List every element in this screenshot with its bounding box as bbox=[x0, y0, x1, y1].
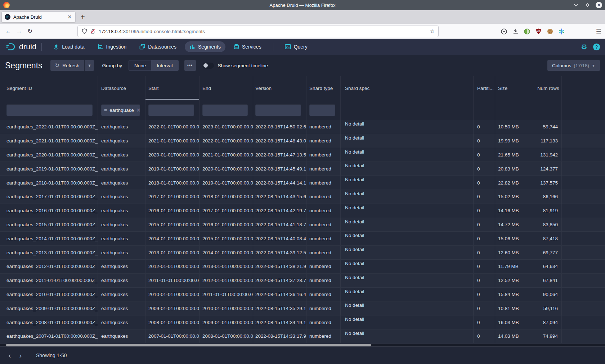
table-row[interactable]: earthquakes_2015-01-01T00:00:00.000Z_2..… bbox=[0, 218, 605, 232]
reload-icon[interactable]: ↻ bbox=[24, 27, 35, 35]
cell-segment-id[interactable]: earthquakes_2010-01-01T00:00:00.000Z_2..… bbox=[0, 288, 98, 301]
columns-button[interactable]: Columns (17/18) ▼ bbox=[547, 60, 600, 71]
shield-icon[interactable] bbox=[81, 28, 88, 35]
group-by-interval-button[interactable]: Interval bbox=[151, 60, 178, 70]
forward-icon[interactable]: → bbox=[14, 28, 24, 35]
maximize-icon[interactable] bbox=[584, 2, 591, 8]
table-row[interactable]: earthquakes_2016-01-01T00:00:00.000Z_2..… bbox=[0, 204, 605, 218]
column-header-segment-id[interactable]: Segment ID bbox=[0, 76, 98, 100]
cell-segment-id[interactable]: earthquakes_2013-01-01T00:00:00.000Z_2..… bbox=[0, 246, 98, 259]
cell-segment-id[interactable]: earthquakes_2011-01-01T00:00:00.000Z_2..… bbox=[0, 274, 98, 287]
horizontal-scrollbar-thumb[interactable] bbox=[6, 344, 371, 346]
table-row[interactable]: earthquakes_2008-01-01T00:00:00.000Z_2..… bbox=[0, 315, 605, 329]
cell-segment-id[interactable]: earthquakes_2019-01-01T00:00:00.000Z_2..… bbox=[0, 162, 98, 176]
back-icon[interactable]: ← bbox=[3, 28, 14, 35]
cell-end: 2012-01-01T00:00:00.0... bbox=[200, 274, 253, 287]
cell-segment-id[interactable]: earthquakes_2021-01-01T00:00:00.000Z_2..… bbox=[0, 134, 98, 148]
filter-input[interactable] bbox=[309, 104, 335, 116]
cell-segment-id[interactable]: earthquakes_2022-01-01T00:00:00.000Z_2..… bbox=[0, 120, 98, 134]
segment-timeline-toggle[interactable] bbox=[202, 63, 214, 69]
datasource-filter-chip[interactable]: =earthquake✕ bbox=[104, 107, 140, 113]
group-by-none-button[interactable]: None bbox=[129, 60, 151, 70]
new-tab-button[interactable]: + bbox=[81, 13, 85, 21]
cell-segment-id[interactable]: earthquakes_2012-01-01T00:00:00.000Z_2..… bbox=[0, 260, 98, 273]
druid-logo[interactable]: druid bbox=[6, 42, 36, 51]
cell-shard-type: numbered bbox=[306, 288, 341, 301]
table-row[interactable]: earthquakes_2021-01-01T00:00:00.000Z_2..… bbox=[0, 134, 605, 148]
nav-item-load-data[interactable]: Load data bbox=[49, 41, 89, 52]
tab-close-icon[interactable]: ✕ bbox=[67, 14, 72, 20]
cell-datasource: earthquakes bbox=[98, 315, 145, 329]
extension-green-icon[interactable] bbox=[524, 28, 530, 35]
close-icon[interactable]: ✕ bbox=[596, 2, 602, 8]
broken-lock-icon[interactable] bbox=[90, 28, 96, 35]
cell-segment-id[interactable]: earthquakes_2015-01-01T00:00:00.000Z_2..… bbox=[0, 218, 98, 232]
column-header-start[interactable]: Start bbox=[145, 76, 200, 100]
table-row[interactable]: earthquakes_2010-01-01T00:00:00.000Z_2..… bbox=[0, 288, 605, 302]
segment-timeline-toggle-label: Show segment timeline bbox=[218, 63, 268, 68]
cell-segment-id[interactable]: earthquakes_2020-01-01T00:00:00.000Z_2..… bbox=[0, 148, 98, 162]
table-row[interactable]: earthquakes_2020-01-01T00:00:00.000Z_2..… bbox=[0, 148, 605, 162]
cell-segment-id[interactable]: earthquakes_2017-01-01T00:00:00.000Z_2..… bbox=[0, 190, 98, 204]
table-row[interactable]: earthquakes_2014-01-01T00:00:00.000Z_2..… bbox=[0, 232, 605, 246]
cell-start: 2014-01-01T00:00:00.0... bbox=[145, 232, 200, 245]
filter-input[interactable] bbox=[202, 104, 248, 116]
table-row[interactable]: earthquakes_2019-01-01T00:00:00.000Z_2..… bbox=[0, 162, 605, 176]
cell-end: 2021-01-01T00:00:00.0... bbox=[200, 148, 253, 162]
more-options-button[interactable]: ••• bbox=[184, 60, 196, 71]
column-header-version[interactable]: Version bbox=[253, 76, 306, 100]
remove-filter-icon[interactable]: ✕ bbox=[136, 107, 141, 113]
nav-item-segments[interactable]: Segments bbox=[185, 41, 225, 52]
cell-segment-id[interactable]: earthquakes_2008-01-01T00:00:00.000Z_2..… bbox=[0, 315, 98, 329]
filter-input[interactable] bbox=[255, 104, 301, 116]
previous-page-icon[interactable]: ‹ bbox=[4, 351, 15, 360]
cell-shard-type: numbered bbox=[306, 260, 341, 273]
column-header-partiti[interactable]: Partiti... bbox=[474, 76, 495, 100]
cell-segment-id[interactable]: earthquakes_2016-01-01T00:00:00.000Z_2..… bbox=[0, 204, 98, 218]
cell-segment-id[interactable]: earthquakes_2007-01-01T00:00:00.000Z_2..… bbox=[0, 329, 98, 343]
cell-filler bbox=[562, 134, 605, 148]
nav-item-query[interactable]: Query bbox=[280, 41, 312, 52]
cookie-icon[interactable] bbox=[547, 28, 553, 35]
minimize-icon[interactable] bbox=[573, 2, 579, 8]
table-row[interactable]: earthquakes_2013-01-01T00:00:00.000Z_2..… bbox=[0, 246, 605, 260]
refresh-button[interactable]: ↻ Refresh bbox=[50, 60, 84, 71]
table-row[interactable]: earthquakes_2017-01-01T00:00:00.000Z_2..… bbox=[0, 190, 605, 204]
cell-segment-id[interactable]: earthquakes_2014-01-01T00:00:00.000Z_2..… bbox=[0, 232, 98, 245]
filter-input[interactable] bbox=[6, 104, 93, 116]
table-row[interactable]: earthquakes_2011-01-01T00:00:00.000Z_2..… bbox=[0, 274, 605, 288]
multiaccount-asterisk-icon[interactable] bbox=[559, 28, 565, 35]
table-row[interactable]: earthquakes_2018-01-01T00:00:00.000Z_2..… bbox=[0, 176, 605, 190]
menu-hamburger-icon[interactable]: ☰ bbox=[596, 28, 601, 35]
column-header-shard-spec[interactable]: Shard spec bbox=[341, 76, 474, 100]
nav-item-services[interactable]: Services bbox=[229, 41, 266, 52]
url-host: 172.18.0.4 bbox=[99, 29, 122, 34]
download-icon[interactable] bbox=[512, 28, 519, 35]
column-header-shard-type[interactable]: Shard type bbox=[306, 76, 341, 100]
pocket-icon[interactable] bbox=[501, 28, 507, 35]
column-header-end[interactable]: End bbox=[200, 76, 253, 100]
cell-end: 2009-01-01T00:00:00.0... bbox=[200, 315, 253, 329]
refresh-dropdown-button[interactable]: ▼ bbox=[85, 60, 94, 71]
help-icon[interactable]: ? bbox=[593, 44, 600, 50]
gear-icon[interactable]: ⚙ bbox=[581, 43, 587, 50]
column-header-num-rows[interactable]: Num rows bbox=[534, 76, 562, 100]
url-bar[interactable]: 172.18.0.4:30109/unified-console.html#se… bbox=[77, 26, 439, 37]
table-row[interactable]: earthquakes_2012-01-01T00:00:00.000Z_2..… bbox=[0, 260, 605, 274]
bookmark-star-icon[interactable]: ☆ bbox=[430, 28, 435, 35]
table-row[interactable]: earthquakes_2007-01-01T00:00:00.000Z_2..… bbox=[0, 329, 605, 343]
nav-item-datasources[interactable]: Datasources bbox=[135, 41, 181, 52]
column-header-size[interactable]: Size bbox=[495, 76, 534, 100]
cell-start: 2009-01-01T00:00:00.0... bbox=[145, 301, 200, 315]
column-header-datasource[interactable]: Datasource bbox=[98, 76, 145, 100]
ublock-shield-icon[interactable]: uO bbox=[535, 28, 542, 35]
browser-tab[interactable]: Apache Druid ✕ bbox=[1, 12, 76, 22]
table-row[interactable]: earthquakes_2009-01-01T00:00:00.000Z_2..… bbox=[0, 301, 605, 315]
table-row[interactable]: earthquakes_2022-01-01T00:00:00.000Z_2..… bbox=[0, 120, 605, 134]
filter-input[interactable] bbox=[148, 104, 194, 116]
datasource-filter-input[interactable]: =earthquake✕ bbox=[101, 104, 140, 116]
cell-segment-id[interactable]: earthquakes_2018-01-01T00:00:00.000Z_2..… bbox=[0, 176, 98, 190]
next-page-icon[interactable]: › bbox=[15, 351, 26, 360]
nav-item-ingestion[interactable]: Ingestion bbox=[93, 41, 131, 52]
cell-segment-id[interactable]: earthquakes_2009-01-01T00:00:00.000Z_2..… bbox=[0, 301, 98, 315]
